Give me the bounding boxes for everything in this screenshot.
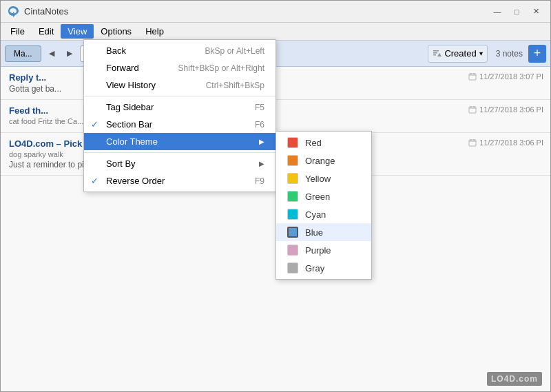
svg-rect-0: [433, 50, 439, 52]
nav-forward-button[interactable]: ▶: [62, 46, 77, 61]
menu-back[interactable]: Back BkSp or Alt+Left: [84, 42, 276, 59]
color-green[interactable]: Green: [276, 187, 371, 205]
color-red[interactable]: Red: [276, 134, 371, 152]
sort-arrow-icon: ▾: [479, 50, 483, 57]
color-cyan[interactable]: Cyan: [276, 205, 371, 223]
color-green-label: Green: [305, 192, 330, 202]
color-yellow[interactable]: Yellow: [276, 169, 371, 187]
menu-divider-2: [84, 152, 276, 153]
purple-swatch: [287, 245, 298, 256]
menu-file[interactable]: File: [3, 24, 32, 39]
menu-section-bar[interactable]: ✓ Section Bar F6: [84, 116, 276, 133]
section-tab[interactable]: Ma...: [5, 45, 41, 62]
color-orange-label: Orange: [305, 156, 335, 166]
svg-rect-2: [433, 54, 436, 56]
menu-view[interactable]: View: [61, 24, 94, 39]
notes-count: 3 notes: [496, 49, 523, 59]
red-swatch: [287, 137, 298, 148]
svg-rect-6: [470, 73, 472, 75]
color-red-label: Red: [305, 138, 322, 148]
maximize-button[interactable]: □: [508, 5, 526, 19]
menu-view-history[interactable]: View History Ctrl+Shift+BkSp: [84, 76, 276, 94]
watermark: LO4D.com: [487, 372, 542, 386]
minimize-button[interactable]: —: [488, 5, 506, 19]
color-blue[interactable]: Blue: [276, 223, 371, 241]
sort-icon: [433, 49, 441, 58]
menu-reverse-order[interactable]: ✓ Reverse Order F9: [84, 172, 276, 189]
color-cyan-label: Cyan: [305, 209, 326, 220]
reverse-order-check: ✓: [91, 176, 98, 186]
svg-rect-1: [433, 52, 437, 54]
note-date-0: 11/27/2018 3:07 PI: [468, 72, 543, 81]
title-bar: CintaNotes — □ ✕: [1, 1, 550, 23]
note-date-1: 11/27/2018 3:06 PI: [468, 105, 543, 114]
svg-rect-14: [470, 139, 472, 141]
calendar-icon-2: [468, 138, 477, 147]
title-bar-logo: CintaNotes: [6, 5, 488, 19]
menu-edit[interactable]: Edit: [32, 24, 61, 39]
blue-swatch: [287, 227, 298, 238]
color-yellow-label: Yellow: [305, 174, 331, 184]
menu-forward[interactable]: Forward Shift+BkSp or Alt+Right: [84, 59, 276, 76]
color-blue-label: Blue: [305, 227, 323, 238]
color-theme-arrow: ▶: [259, 138, 264, 145]
add-note-button[interactable]: +: [528, 45, 546, 63]
gray-swatch: [287, 262, 298, 274]
menu-color-theme[interactable]: Color Theme ▶ Red Orange Yellow G: [84, 133, 276, 150]
svg-rect-7: [474, 73, 475, 75]
app-logo-icon: [6, 5, 20, 19]
sort-label: Created: [444, 48, 476, 59]
menu-bar: File Edit View Options Help: [1, 23, 550, 41]
app-title: CintaNotes: [24, 6, 68, 17]
orange-swatch: [287, 155, 298, 166]
svg-rect-8: [469, 107, 476, 113]
color-purple-label: Purple: [305, 245, 331, 256]
green-swatch: [287, 191, 298, 202]
menu-sort-by[interactable]: Sort By ▶: [84, 155, 276, 172]
menu-options[interactable]: Options: [94, 24, 138, 39]
sort-by-arrow: ▶: [259, 160, 264, 167]
yellow-swatch: [287, 173, 298, 184]
section-bar-check: ✓: [91, 119, 98, 130]
cyan-swatch: [287, 209, 298, 220]
nav-back-button[interactable]: ◀: [44, 46, 59, 61]
color-submenu: Red Orange Yellow Green Cyan: [276, 131, 372, 280]
svg-marker-3: [437, 53, 441, 56]
svg-rect-11: [474, 106, 475, 108]
close-button[interactable]: ✕: [527, 5, 545, 19]
note-date-2: 11/27/2018 3:06 PI: [468, 138, 543, 147]
menu-divider-1: [84, 96, 276, 96]
menu-tag-sidebar[interactable]: Tag Sidebar F5: [84, 99, 276, 116]
svg-rect-4: [469, 74, 476, 80]
main-window: CintaNotes — □ ✕ File Edit View Options …: [0, 0, 551, 392]
svg-rect-10: [470, 106, 472, 108]
color-orange[interactable]: Orange: [276, 152, 371, 169]
title-bar-controls: — □ ✕: [488, 5, 545, 19]
view-dropdown-menu: Back BkSp or Alt+Left Forward Shift+BkSp…: [83, 39, 276, 192]
calendar-icon: [468, 72, 477, 81]
color-gray[interactable]: Gray: [276, 259, 371, 277]
calendar-icon-1: [468, 105, 477, 114]
sort-control[interactable]: Created ▾: [428, 45, 487, 63]
color-purple[interactable]: Purple: [276, 241, 371, 259]
svg-rect-15: [474, 139, 475, 141]
color-gray-label: Gray: [305, 263, 324, 274]
menu-help[interactable]: Help: [138, 24, 171, 39]
svg-rect-12: [469, 140, 476, 146]
